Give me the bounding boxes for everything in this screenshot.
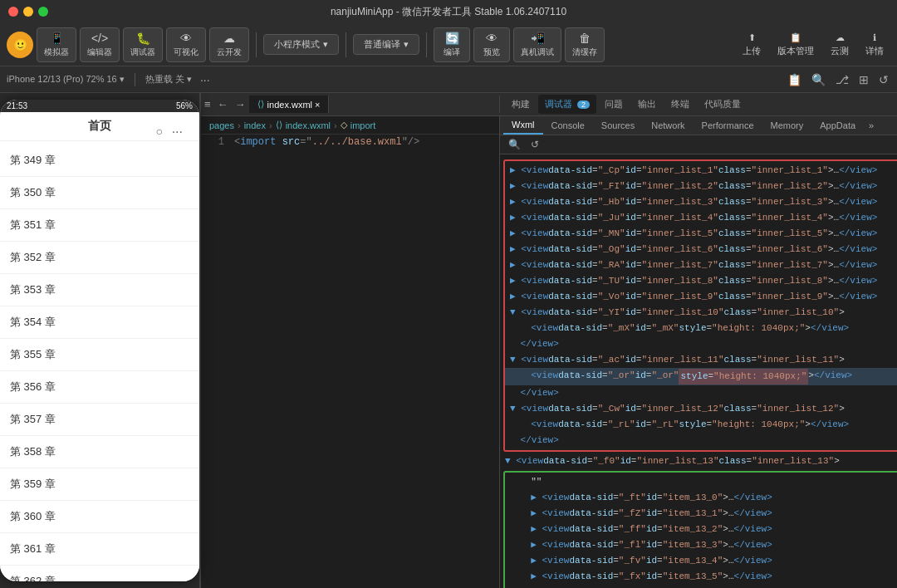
minimize-button[interactable] [23,7,33,17]
dom-line[interactable]: ▶ <view data-sid="_Og" id="inner_list_6"… [505,242,897,257]
more-options-button[interactable]: ··· [199,71,212,88]
second-toolbar: iPhone 12/13 (Pro) 72% 16 ▾ 热重载 关 ▾ ··· … [0,66,897,93]
editor-button[interactable]: </> 编辑器 [80,27,120,62]
realdevice-button[interactable]: 📲 真机调试 [513,27,561,62]
dom-line[interactable]: ▶ <view data-sid="_Vo" id="inner_list_9"… [505,289,897,305]
tab-more[interactable]: » [864,117,879,134]
list-item: 第 352 章 [0,242,199,274]
details-button[interactable]: ℹ 详情 [859,29,890,61]
dom-line[interactable]: <view data-sid="_mX" id="_mX" style="hei… [505,321,897,336]
tab-network[interactable]: Network [643,117,693,134]
dom-line[interactable]: ▶ <view data-sid="_Cp" id="inner_list_1"… [505,163,897,179]
separator-3 [426,32,427,57]
search-icon[interactable]: 🔍 [810,71,827,88]
breadcrumb-file-icon: ⟨⟩ [276,120,282,130]
dom-line[interactable]: </view> [505,385,897,401]
visualize-button[interactable]: 👁 可视化 [166,27,206,62]
editor-devtools-tabrow: ≡ ← → ⟨⟩ index.wxml × 构建 调试器 2 问题 输出 终端 … [201,93,897,116]
dom-line[interactable]: ▶ <view data-sid="_FI" id="inner_list_2"… [505,179,897,194]
cloud-button[interactable]: ☁ 云开发 [209,27,249,62]
sep3: › [334,120,337,130]
close-button[interactable] [8,7,18,17]
editor-tab-wxml[interactable]: ⟨⟩ index.wxml × [249,96,330,113]
dom-line[interactable]: ▶ <view data-sid="_RA" id="inner_list_7"… [505,257,897,273]
tab-memory[interactable]: Memory [762,117,812,134]
dom-line[interactable]: ▶ <view data-sid="_fv" id="item_13_4">…<… [505,553,897,569]
tab-build[interactable]: 构建 [505,95,537,114]
dom-line[interactable]: ▶ <view data-sid="_g0" id="item_13_6">…<… [505,585,897,588]
copy-icon[interactable]: 📋 [786,71,803,88]
upload-button[interactable]: ⬆ 上传 [736,29,767,61]
dom-line-transition[interactable]: ▼ <view data-sid="_f0" id="inner_list_13… [500,453,897,469]
tab-performance[interactable]: Performance [694,117,762,134]
compile-dropdown[interactable]: 普通编译 ▾ [353,34,419,55]
tab-appdata[interactable]: AppData [811,117,864,134]
tab-issues[interactable]: 问题 [598,95,630,114]
sep2: › [269,120,272,130]
version-button[interactable]: 📋 版本管理 [771,29,821,61]
editor-tabs-area: ≡ ← → ⟨⟩ index.wxml × [201,96,500,113]
git-icon[interactable]: ⎇ [834,71,850,88]
dom-line[interactable]: "" [505,474,897,490]
preview-button[interactable]: 👁 预览 [473,27,510,62]
simulator-icon: 📱 [50,32,64,45]
breadcrumb-index[interactable]: index [244,120,266,130]
phone-menu-icon[interactable]: ··· [172,125,183,140]
dom-line[interactable]: ▶ <view data-sid="_fx" id="item_13_5">…<… [505,569,897,585]
breadcrumb-import[interactable]: import [350,120,376,130]
refresh-icon[interactable]: ↺ [877,71,890,88]
tab-terminal[interactable]: 终端 [664,95,696,114]
tab-output[interactable]: 输出 [631,95,663,114]
phone-time: 21:53 [7,101,27,110]
dom-line[interactable]: ▶ <view data-sid="_fZ" id="item_13_1">…<… [505,506,897,522]
simulator-button[interactable]: 📱 模拟器 [37,27,76,62]
phone-nav-bar: 首页 ··· ○ [0,112,199,141]
devtools-toolbar: 🔍 ↺ [500,135,897,154]
terminal-icon[interactable]: ⊞ [857,71,870,88]
dom-line[interactable]: ▶ <view data-sid="_Hb" id="inner_list_3"… [505,194,897,210]
breadcrumb-indexwxml[interactable]: index.wxml [286,120,331,130]
dom-line-highlighted[interactable]: <view data-sid="_or" id="_or" style="hei… [505,368,897,385]
list-item: 第 361 章 [0,533,199,566]
upload-icon: ⬆ [748,32,756,43]
compile-button[interactable]: 🔄 编译 [434,27,470,62]
dom-line[interactable]: ▶ <view data-sid="_MN" id="inner_list_5"… [505,226,897,242]
inspect-button[interactable]: 🔍 [505,137,524,152]
dom-line[interactable]: ▼ <view data-sid="_Cw" id="inner_list_12… [505,401,897,417]
clearcache-button[interactable]: 🗑 清缓存 [565,27,605,62]
sep1: › [238,120,241,130]
device-info[interactable]: iPhone 12/13 (Pro) 72% 16 ▾ [7,74,125,85]
dom-line[interactable]: ▶ <view data-sid="_Ju" id="inner_list_4"… [505,210,897,226]
refresh-button[interactable]: ↺ [527,137,542,152]
dom-line[interactable]: ▶ <view data-sid="_ff" id="item_13_2">…<… [505,522,897,537]
dom-line[interactable]: ▶ <view data-sid="_fl" id="item_13_3">…<… [505,537,897,553]
badge-count: 2 [577,100,590,109]
list-item: 第 358 章 [0,436,199,468]
tab-console[interactable]: Console [543,117,593,134]
tab-wxml[interactable]: Wxml [503,116,543,135]
phone-circle-icon[interactable]: ○ [156,125,163,138]
hotreload-button[interactable]: 热重载 关 ▾ [145,73,192,86]
debugger-button[interactable]: 🐛 调试器 [123,27,163,62]
list-item: 第 353 章 [0,274,199,306]
dom-line[interactable]: ▼ <view data-sid="_YI" id="inner_list_10… [505,305,897,321]
dom-line[interactable]: </view> [505,433,897,448]
tab-sources[interactable]: Sources [593,117,643,134]
breadcrumb-pages[interactable]: pages [209,120,234,130]
cloudtest-button[interactable]: ☁ 云测 [824,29,855,61]
maximize-button[interactable] [38,7,48,17]
forward-icon[interactable]: → [232,98,249,110]
details-icon: ℹ [873,32,876,43]
dom-line[interactable]: ▶ <view data-sid="_TU" id="inner_list_8"… [505,273,897,289]
dom-line[interactable]: <view data-sid="_rL" id="_rL" style="hei… [505,417,897,433]
dom-line[interactable]: </view> [505,336,897,352]
back-icon[interactable]: ← [214,98,232,110]
tab-debug[interactable]: 调试器 2 [538,95,596,114]
tab-codequality[interactable]: 代码质量 [698,95,748,114]
dom-line[interactable]: ▼ <view data-sid="_ac" id="inner_list_11… [505,352,897,368]
mode-dropdown[interactable]: 小程序模式 ▾ [263,34,339,55]
list-item: 第 354 章 [0,306,199,339]
hamburger-icon[interactable]: ≡ [201,98,214,110]
chevron-down-icon: ▾ [323,39,328,50]
dom-line[interactable]: ▶ <view data-sid="_ft" id="item_13_0">…<… [505,490,897,506]
